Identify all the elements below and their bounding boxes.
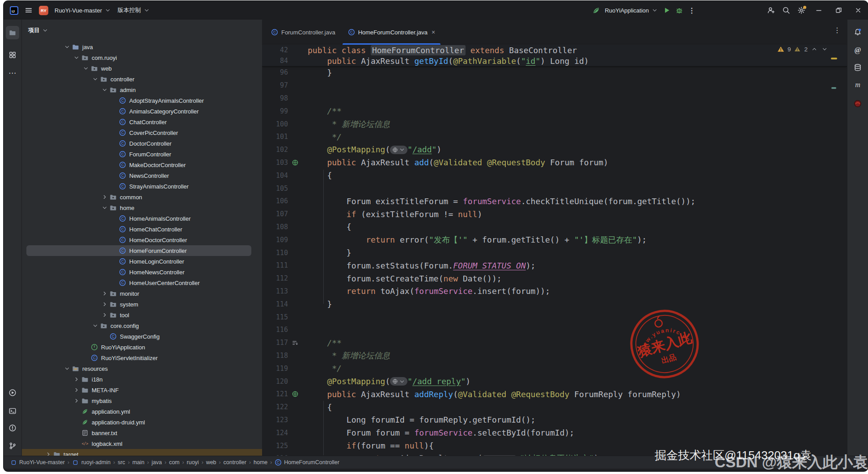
breadcrumb-java[interactable]: java <box>152 459 162 466</box>
tree-item-home[interactable]: home <box>22 202 262 213</box>
line-number[interactable]: 120 <box>262 378 288 386</box>
breadcrumb-ruoyi-admin[interactable]: ruoyi-admin <box>72 459 110 466</box>
line-number[interactable]: 107 <box>262 210 288 218</box>
tree-item-web[interactable]: web <box>22 63 262 74</box>
close-button[interactable] <box>848 1 868 20</box>
breadcrumb-ruoyi[interactable]: ruoyi <box>187 459 199 466</box>
gutter-globe-icon[interactable] <box>288 159 304 166</box>
line-number[interactable]: 113 <box>262 287 288 295</box>
plugin-tool-icon[interactable] <box>851 97 864 110</box>
tree-item-application.yml[interactable]: application.yml <box>22 406 262 417</box>
tree-item-homenewscontroller[interactable]: CHomeNewsController <box>22 267 262 277</box>
tree-item-common[interactable]: common <box>22 192 262 202</box>
line-number[interactable]: 112 <box>262 274 288 282</box>
code-line-104[interactable]: 104{ <box>262 169 847 182</box>
tree-item-chatcontroller[interactable]: CChatController <box>22 117 262 127</box>
code-line-100[interactable]: 100 * 新增论坛信息 <box>262 117 847 130</box>
tree-item-adoptstrayanimalscontroller[interactable]: CAdoptStrayAnimalsController <box>22 95 262 106</box>
code-line-120[interactable]: 120@PostMapping("/add_reply") <box>262 375 847 388</box>
code-line-112[interactable]: 112forum.setCreateTime(new Date()); <box>262 272 847 285</box>
line-number[interactable]: 108 <box>262 223 288 231</box>
tree-item-homechatcontroller[interactable]: CHomeChatController <box>22 224 262 235</box>
database-tool-icon[interactable] <box>851 61 864 74</box>
breadcrumb-ruoyi-vue-master[interactable]: RuoYi-Vue-master <box>10 459 65 466</box>
tree-item-coverpiccontroller[interactable]: CCoverPicController <box>22 127 262 138</box>
tree-item-doctorcontroller[interactable]: CDoctorController <box>22 138 262 149</box>
line-number[interactable]: 121 <box>262 390 288 398</box>
tree-item-homeanimalscontroller[interactable]: CHomeAnimalsController <box>22 213 262 224</box>
tree-item-homeforumcontroller[interactable]: CHomeForumController <box>22 245 262 256</box>
add-user-icon[interactable] <box>763 4 779 17</box>
run-button[interactable] <box>663 6 671 14</box>
tree-item-java[interactable]: java <box>22 42 262 52</box>
gutter-globe-icon[interactable] <box>288 390 304 398</box>
tree-item-swaggerconfig[interactable]: CSwaggerConfig <box>22 331 262 342</box>
tree-item-homeusercentercontroller[interactable]: CHomeUserCenterController <box>22 277 262 288</box>
code-line-121[interactable]: 121public AjaxResult addReply(@Validated… <box>262 388 847 401</box>
tree-item-animalscategorycontroller[interactable]: CAnimalsCategoryController <box>22 106 262 117</box>
tree-item-banner.txt[interactable]: banner.txt <box>22 428 262 438</box>
more-tools-icon[interactable]: ⋯ <box>6 66 19 80</box>
line-number[interactable]: 96 <box>262 68 288 76</box>
problems-tool-icon[interactable] <box>6 421 19 435</box>
main-menu-icon[interactable] <box>25 6 33 14</box>
tree-item-strayanimalscontroller[interactable]: CStrayAnimalsController <box>22 181 262 192</box>
tree-item-controller[interactable]: controller <box>22 74 262 84</box>
restore-button[interactable] <box>829 1 848 20</box>
line-number[interactable]: 111 <box>262 261 288 269</box>
line-number[interactable]: 125 <box>262 442 288 450</box>
project-tool-icon[interactable] <box>6 26 19 39</box>
code-line-107[interactable]: 107if (existTitleForum != null) <box>262 208 847 221</box>
line-number[interactable]: 117 <box>262 339 288 347</box>
tree-item-makedoctorcontroller[interactable]: CMakeDoctorController <box>22 159 262 170</box>
editor-tab-homeforumcontroller-java[interactable]: CHomeForumController.java× <box>342 20 442 45</box>
line-number[interactable]: 119 <box>262 365 288 373</box>
code-editor[interactable]: 96}979899/**100 * 新增论坛信息101 */102@PostMa… <box>262 66 847 456</box>
line-number[interactable]: 106 <box>262 197 288 205</box>
code-line-119[interactable]: 119 */ <box>262 362 847 375</box>
breadcrumb-main[interactable]: main <box>132 459 144 466</box>
line-number[interactable]: 100 <box>262 120 288 128</box>
breadcrumb-homeforumcontroller[interactable]: CHomeForumController <box>275 459 339 466</box>
code-line-118[interactable]: 118 * 新增论坛信息 <box>262 349 847 362</box>
tree-item-i18n[interactable]: i18n <box>22 374 262 385</box>
vcs-widget[interactable]: 版本控制 <box>118 6 150 14</box>
url-inlay-chip[interactable] <box>390 146 407 154</box>
code-line-117[interactable]: 117/** <box>262 336 847 349</box>
line-number[interactable]: 110 <box>262 249 288 257</box>
project-panel-header[interactable]: 项目 <box>28 26 49 34</box>
terminal-tool-icon[interactable] <box>6 404 19 418</box>
search-icon[interactable] <box>779 4 794 17</box>
code-line-115[interactable]: 115 <box>262 310 847 323</box>
code-line-98[interactable]: 98 <box>262 92 847 105</box>
services-tool-icon[interactable] <box>6 386 19 399</box>
line-number[interactable]: 102 <box>262 146 288 154</box>
next-problem-icon[interactable] <box>821 46 828 53</box>
breadcrumb-web[interactable]: web <box>206 459 216 466</box>
tree-item-application-druid.yml[interactable]: application-druid.yml <box>22 417 262 428</box>
minimize-button[interactable] <box>809 1 829 20</box>
tree-item-com.ruoyi[interactable]: com.ruoyi <box>22 52 262 63</box>
code-line-42[interactable]: 42public class HomeForumController exten… <box>262 45 847 55</box>
code-line-99[interactable]: 99/** <box>262 105 847 117</box>
line-number[interactable]: 115 <box>262 313 288 321</box>
scrollbar-warning-mark[interactable] <box>831 58 837 59</box>
tree-item-system[interactable]: system <box>22 299 262 310</box>
line-number[interactable]: 123 <box>262 416 288 424</box>
project-switcher[interactable]: RuoYi-Vue-master <box>55 7 111 14</box>
more-actions-icon[interactable]: ⋮ <box>688 6 696 14</box>
line-number[interactable]: 118 <box>262 352 288 360</box>
tree-item-mybatis[interactable]: mybatis <box>22 395 262 406</box>
maven-tool-icon[interactable]: m <box>851 78 864 92</box>
line-number[interactable]: 109 <box>262 236 288 244</box>
line-number[interactable]: 114 <box>262 300 288 308</box>
breadcrumb-src[interactable]: src <box>118 459 125 466</box>
tree-item-ruoyiservletinitializer[interactable]: CRuoYiServletInitializer <box>22 352 262 363</box>
code-line-106[interactable]: 106Forum existTitleForum = forumService.… <box>262 195 847 208</box>
breadcrumb-com[interactable]: com <box>169 459 180 466</box>
code-line-97[interactable]: 97 <box>262 79 847 92</box>
close-tab-icon[interactable]: × <box>432 29 435 36</box>
spring-tool-icon[interactable]: @ <box>851 43 864 57</box>
code-line-108[interactable]: 108{ <box>262 221 847 234</box>
structure-tool-icon[interactable] <box>6 48 19 62</box>
